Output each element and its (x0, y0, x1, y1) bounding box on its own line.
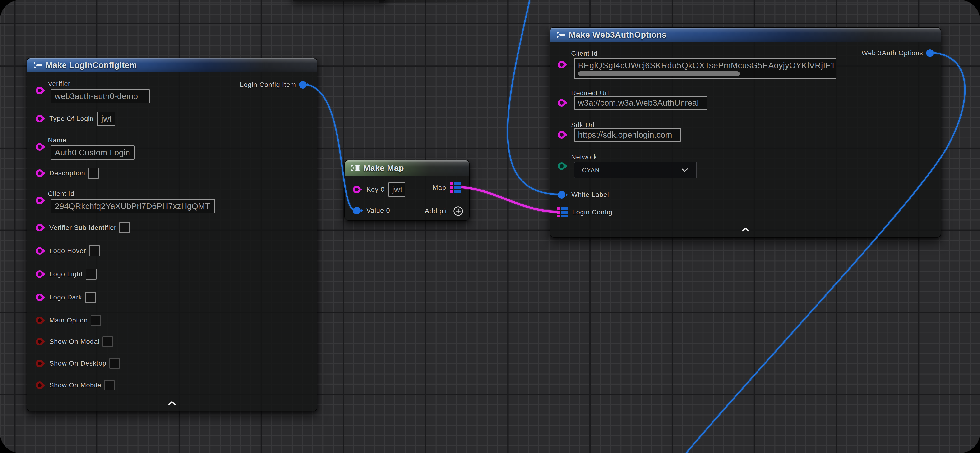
blueprint-graph-canvas[interactable]: Make LoginConfigItem Login Config Item V… (0, 0, 980, 453)
input-value: web3auth-auth0-demo (55, 92, 138, 101)
pin-web3auth-options-out[interactable]: Web 3Auth Options (862, 48, 937, 58)
collapse-node-chevron-icon[interactable] (741, 227, 750, 232)
map-pin-icon-connected[interactable] (450, 182, 461, 193)
wire-map-to-login-config[interactable] (461, 187, 558, 212)
pin-label-client-id: Client Id (571, 50, 598, 57)
input-value: Auth0 Custom Login (55, 148, 130, 157)
type-of-login-input[interactable]: jwt (97, 112, 115, 126)
logo-dark-input[interactable] (85, 292, 96, 303)
network-dropdown[interactable]: CYAN (574, 162, 697, 178)
pin-label-value-0: Value 0 (366, 207, 390, 214)
pin-label-verifier-sub-identifier: Verifier Sub Identifier (49, 224, 116, 231)
input-value: BEglQSgt4cUWcj6SKRdu5QkOXTsePmMcusG5EAoy… (578, 61, 835, 70)
name-input[interactable]: Auth0 Custom Login (51, 146, 135, 160)
node-make-map[interactable]: Make Map Key 0 jwt Value 0 Map (344, 160, 469, 220)
input-value: https://sdk.openlogin.com (578, 130, 672, 139)
pin-label: Login Config Item (240, 81, 296, 89)
pin-logo-hover[interactable] (36, 246, 46, 255)
pin-label-show-on-mobile: Show On Mobile (49, 382, 101, 389)
pin-label-logo-dark: Logo Dark (49, 293, 82, 301)
pin-logo-dark[interactable] (36, 293, 46, 302)
row-key-0: Key 0 jwt (353, 183, 405, 196)
pin-type-of-login[interactable] (36, 114, 46, 123)
offscreen-node-bottom-edge[interactable] (292, 0, 387, 1)
collapse-node-chevron-icon[interactable] (168, 401, 176, 405)
pin-verifier-sub-identifier[interactable] (36, 223, 46, 232)
pin-show-on-mobile[interactable] (36, 381, 46, 390)
pin-label-client-id: Client Id (48, 190, 75, 198)
sdk-url-input[interactable]: https://sdk.openlogin.com (574, 128, 681, 142)
make-struct-icon (556, 30, 566, 39)
client-id-input-hscrollbar[interactable] (578, 71, 740, 76)
pin-key-0[interactable] (353, 185, 364, 194)
pin-show-on-desktop[interactable] (36, 359, 46, 368)
row-show-on-desktop: Show On Desktop (36, 358, 120, 369)
pin-network[interactable] (558, 162, 568, 171)
pin-white-label-connected[interactable] (558, 190, 568, 199)
pin-show-on-modal[interactable] (36, 337, 46, 346)
show-on-desktop-checkbox[interactable] (109, 358, 120, 369)
network-dropdown-value: CYAN (582, 166, 681, 174)
node-title: Make Map (363, 163, 404, 173)
node-header-make-web3auth-options[interactable]: Make Web3AuthOptions (550, 28, 941, 43)
row-verifier-sub-identifier: Verifier Sub Identifier (36, 222, 130, 233)
offscreen-node-shadow (379, 0, 531, 3)
pin-description[interactable] (36, 169, 46, 178)
verifier-sub-identifier-input[interactable] (119, 222, 130, 233)
pin-login-config-item-out[interactable]: Login Config Item (240, 80, 310, 90)
main-option-checkbox[interactable] (91, 315, 101, 326)
add-pin-plus-icon[interactable] (453, 206, 463, 216)
node-title: Make Web3AuthOptions (569, 30, 667, 40)
pin-sdk-url[interactable] (558, 130, 568, 139)
chevron-down-icon (681, 168, 688, 173)
pin-verifier[interactable] (36, 86, 46, 95)
make-container-icon (350, 164, 361, 172)
pin-map-out[interactable]: Map (433, 182, 461, 193)
pin-logo-light[interactable] (36, 269, 46, 279)
input-value: w3a://com.w3a.Web3AuthUnreal (578, 98, 699, 108)
pin-redirect-url[interactable] (558, 98, 568, 107)
show-on-mobile-checkbox[interactable] (104, 380, 115, 390)
struct-pin-icon-connected[interactable] (299, 80, 310, 89)
pin-label-logo-light: Logo Light (49, 270, 83, 278)
pin-label-show-on-desktop: Show On Desktop (49, 360, 107, 367)
description-input[interactable] (88, 168, 99, 179)
row-description: Description (36, 168, 99, 179)
row-main-option: Main Option (36, 315, 101, 326)
pin-label-type-of-login: Type Of Login (49, 115, 94, 122)
client-id-input[interactable]: BEglQSgt4cUWcj6SKRdu5QkOXTsePmMcusG5EAoy… (574, 58, 836, 79)
node-header-make-login-config-item[interactable]: Make LoginConfigItem (27, 58, 317, 73)
logo-light-input[interactable] (86, 269, 97, 280)
pin-label-map: Map (433, 184, 446, 192)
node-header-make-map[interactable]: Make Map (345, 160, 469, 176)
add-pin-button[interactable]: Add pin (425, 206, 463, 216)
show-on-modal-checkbox[interactable] (102, 336, 113, 347)
pin-value-0-connected[interactable] (353, 206, 364, 215)
node-make-login-config-item[interactable]: Make LoginConfigItem Login Config Item V… (27, 58, 317, 411)
node-make-web3auth-options[interactable]: Make Web3AuthOptions Web 3Auth Options C… (550, 27, 941, 238)
pin-client-id[interactable] (558, 60, 568, 69)
row-logo-light: Logo Light (36, 269, 97, 280)
pin-label-verifier: Verifier (48, 80, 70, 88)
pin-label-key-0: Key 0 (366, 186, 385, 193)
row-logo-dark: Logo Dark (36, 292, 96, 303)
row-value-0: Value 0 (353, 204, 390, 217)
logo-hover-input[interactable] (89, 246, 100, 257)
pin-client-id[interactable] (36, 196, 46, 205)
key-0-input[interactable]: jwt (388, 182, 405, 196)
wire-map-to-login-config-glow (461, 187, 558, 212)
struct-pin-icon-connected[interactable] (926, 49, 937, 57)
pin-label-name: Name (48, 136, 67, 144)
redirect-url-input[interactable]: w3a://com.w3a.Web3AuthUnreal (574, 96, 707, 110)
input-value: jwt (101, 114, 111, 124)
verifier-input[interactable]: web3auth-auth0-demo (51, 89, 150, 103)
pin-label-logo-hover: Logo Hover (49, 247, 86, 255)
row-show-on-mobile: Show On Mobile (36, 380, 115, 390)
client-id-input[interactable]: 294QRkchfq2YaXUbPri7D6PH7xzHgQMT (51, 199, 215, 213)
pin-name[interactable] (36, 143, 46, 151)
pin-label-show-on-modal: Show On Modal (49, 338, 100, 345)
pin-label-network: Network (571, 153, 597, 161)
row-white-label: White Label (558, 188, 609, 201)
pin-main-option[interactable] (36, 316, 46, 325)
map-pin-icon-connected[interactable] (557, 207, 568, 218)
